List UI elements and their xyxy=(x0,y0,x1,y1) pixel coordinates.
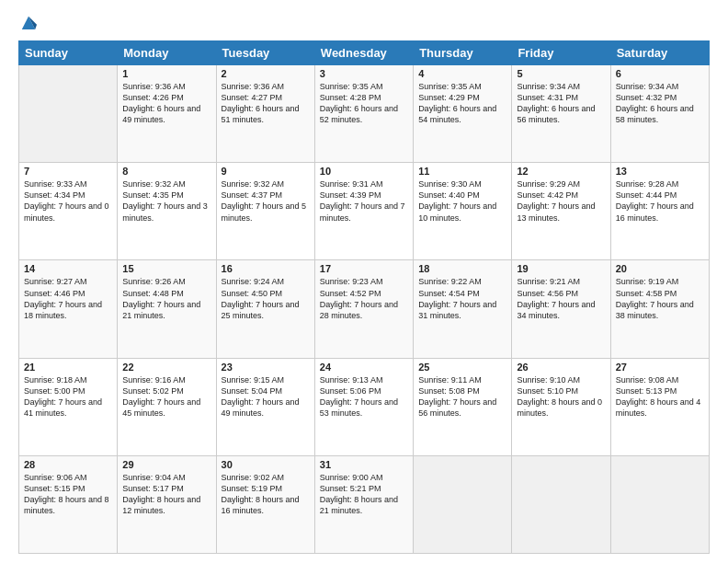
cell-text: Sunrise: 9:27 AMSunset: 4:46 PMDaylight:… xyxy=(24,277,102,319)
cell-text: Sunrise: 9:24 AMSunset: 4:50 PMDaylight:… xyxy=(222,277,300,319)
cell-text: Sunrise: 9:35 AMSunset: 4:29 PMDaylight:… xyxy=(418,82,496,124)
calendar-week-row: 7Sunrise: 9:33 AMSunset: 4:34 PMDaylight… xyxy=(19,163,710,260)
calendar-cell: 27Sunrise: 9:08 AMSunset: 5:13 PMDayligh… xyxy=(610,358,709,455)
day-number: 31 xyxy=(320,459,408,470)
calendar-cell: 29Sunrise: 9:04 AMSunset: 5:17 PMDayligh… xyxy=(118,455,216,553)
calendar-cell: 6Sunrise: 9:34 AMSunset: 4:32 PMDaylight… xyxy=(610,65,709,163)
calendar-cell: 28Sunrise: 9:06 AMSunset: 5:15 PMDayligh… xyxy=(19,455,118,553)
weekday-header-sunday: Sunday xyxy=(19,41,118,65)
cell-text: Sunrise: 9:30 AMSunset: 4:40 PMDaylight:… xyxy=(418,179,496,222)
calendar-cell: 8Sunrise: 9:32 AMSunset: 4:35 PMDaylight… xyxy=(118,163,216,260)
cell-text: Sunrise: 9:10 AMSunset: 5:10 PMDaylight:… xyxy=(517,375,602,418)
cell-text: Sunrise: 9:34 AMSunset: 4:31 PMDaylight:… xyxy=(517,82,595,124)
weekday-header-monday: Monday xyxy=(118,41,216,65)
calendar-cell: 4Sunrise: 9:35 AMSunset: 4:29 PMDaylight… xyxy=(414,65,512,163)
calendar-cell: 10Sunrise: 9:31 AMSunset: 4:39 PMDayligh… xyxy=(314,163,413,260)
calendar-cell: 5Sunrise: 9:34 AMSunset: 4:31 PMDaylight… xyxy=(512,65,610,163)
day-number: 29 xyxy=(122,459,210,470)
cell-text: Sunrise: 9:36 AMSunset: 4:27 PMDaylight:… xyxy=(222,82,300,124)
calendar-cell xyxy=(512,455,610,553)
calendar-cell: 2Sunrise: 9:36 AMSunset: 4:27 PMDaylight… xyxy=(216,65,314,163)
day-number: 21 xyxy=(24,362,112,373)
cell-text: Sunrise: 9:35 AMSunset: 4:28 PMDaylight:… xyxy=(320,82,398,124)
day-number: 20 xyxy=(616,263,704,274)
calendar-week-row: 21Sunrise: 9:18 AMSunset: 5:00 PMDayligh… xyxy=(19,358,710,455)
day-number: 2 xyxy=(222,68,310,79)
day-number: 19 xyxy=(517,263,605,274)
calendar-table: SundayMondayTuesdayWednesdayThursdayFrid… xyxy=(18,40,710,554)
calendar-body: 1Sunrise: 9:36 AMSunset: 4:26 PMDaylight… xyxy=(19,65,710,554)
day-number: 27 xyxy=(616,362,704,373)
calendar-cell: 31Sunrise: 9:00 AMSunset: 5:21 PMDayligh… xyxy=(314,455,413,553)
day-number: 3 xyxy=(320,68,408,79)
calendar-cell: 16Sunrise: 9:24 AMSunset: 4:50 PMDayligh… xyxy=(216,260,314,358)
weekday-header-thursday: Thursday xyxy=(414,41,512,65)
calendar-cell: 20Sunrise: 9:19 AMSunset: 4:58 PMDayligh… xyxy=(610,260,709,358)
calendar-cell: 19Sunrise: 9:21 AMSunset: 4:56 PMDayligh… xyxy=(512,260,610,358)
day-number: 6 xyxy=(616,68,704,79)
cell-text: Sunrise: 9:02 AMSunset: 5:19 PMDaylight:… xyxy=(222,473,300,515)
day-number: 8 xyxy=(122,166,210,177)
day-number: 11 xyxy=(418,166,506,177)
calendar-cell: 11Sunrise: 9:30 AMSunset: 4:40 PMDayligh… xyxy=(414,163,512,260)
logo-icon xyxy=(20,13,37,31)
day-number: 15 xyxy=(122,263,210,274)
cell-text: Sunrise: 9:06 AMSunset: 5:15 PMDaylight:… xyxy=(24,473,109,515)
day-number: 13 xyxy=(616,166,704,177)
weekday-header-wednesday: Wednesday xyxy=(314,41,413,65)
day-number: 10 xyxy=(320,166,408,177)
calendar-cell: 9Sunrise: 9:32 AMSunset: 4:37 PMDaylight… xyxy=(216,163,314,260)
calendar-cell: 25Sunrise: 9:11 AMSunset: 5:08 PMDayligh… xyxy=(414,358,512,455)
day-number: 7 xyxy=(24,166,112,177)
calendar-cell: 15Sunrise: 9:26 AMSunset: 4:48 PMDayligh… xyxy=(118,260,216,358)
weekday-header-saturday: Saturday xyxy=(610,41,709,65)
calendar-cell: 22Sunrise: 9:16 AMSunset: 5:02 PMDayligh… xyxy=(118,358,216,455)
cell-text: Sunrise: 9:23 AMSunset: 4:52 PMDaylight:… xyxy=(320,277,398,319)
calendar-cell: 17Sunrise: 9:23 AMSunset: 4:52 PMDayligh… xyxy=(314,260,413,358)
cell-text: Sunrise: 9:04 AMSunset: 5:17 PMDaylight:… xyxy=(122,473,200,515)
cell-text: Sunrise: 9:13 AMSunset: 5:06 PMDaylight:… xyxy=(320,375,398,418)
cell-text: Sunrise: 9:18 AMSunset: 5:00 PMDaylight:… xyxy=(24,375,102,418)
day-number: 22 xyxy=(122,362,210,373)
day-number: 14 xyxy=(24,263,112,274)
cell-text: Sunrise: 9:22 AMSunset: 4:54 PMDaylight:… xyxy=(418,277,496,319)
calendar-cell xyxy=(414,455,512,553)
calendar-week-row: 14Sunrise: 9:27 AMSunset: 4:46 PMDayligh… xyxy=(19,260,710,358)
cell-text: Sunrise: 9:31 AMSunset: 4:39 PMDaylight:… xyxy=(320,179,405,222)
day-number: 25 xyxy=(418,362,506,373)
day-number: 26 xyxy=(517,362,605,373)
day-number: 12 xyxy=(517,166,605,177)
cell-text: Sunrise: 9:33 AMSunset: 4:34 PMDaylight:… xyxy=(24,179,109,222)
cell-text: Sunrise: 9:28 AMSunset: 4:44 PMDaylight:… xyxy=(616,179,694,222)
cell-text: Sunrise: 9:34 AMSunset: 4:32 PMDaylight:… xyxy=(616,82,694,124)
cell-text: Sunrise: 9:16 AMSunset: 5:02 PMDaylight:… xyxy=(122,375,200,418)
calendar-cell xyxy=(19,65,118,163)
calendar-week-row: 28Sunrise: 9:06 AMSunset: 5:15 PMDayligh… xyxy=(19,455,710,553)
calendar-cell: 3Sunrise: 9:35 AMSunset: 4:28 PMDaylight… xyxy=(314,65,413,163)
day-number: 28 xyxy=(24,459,112,470)
cell-text: Sunrise: 9:21 AMSunset: 4:56 PMDaylight:… xyxy=(517,277,595,319)
calendar-cell: 26Sunrise: 9:10 AMSunset: 5:10 PMDayligh… xyxy=(512,358,610,455)
day-number: 1 xyxy=(122,68,210,79)
cell-text: Sunrise: 9:11 AMSunset: 5:08 PMDaylight:… xyxy=(418,375,496,418)
cell-text: Sunrise: 9:19 AMSunset: 4:58 PMDaylight:… xyxy=(616,277,694,319)
cell-text: Sunrise: 9:29 AMSunset: 4:42 PMDaylight:… xyxy=(517,179,595,222)
cell-text: Sunrise: 9:08 AMSunset: 5:13 PMDaylight:… xyxy=(616,375,701,418)
cell-text: Sunrise: 9:26 AMSunset: 4:48 PMDaylight:… xyxy=(122,277,200,319)
calendar-cell: 12Sunrise: 9:29 AMSunset: 4:42 PMDayligh… xyxy=(512,163,610,260)
calendar-cell: 7Sunrise: 9:33 AMSunset: 4:34 PMDaylight… xyxy=(19,163,118,260)
cell-text: Sunrise: 9:32 AMSunset: 4:37 PMDaylight:… xyxy=(222,179,307,222)
day-number: 5 xyxy=(517,68,605,79)
calendar-cell xyxy=(610,455,709,553)
calendar-cell: 30Sunrise: 9:02 AMSunset: 5:19 PMDayligh… xyxy=(216,455,314,553)
calendar-cell: 1Sunrise: 9:36 AMSunset: 4:26 PMDaylight… xyxy=(118,65,216,163)
cell-text: Sunrise: 9:00 AMSunset: 5:21 PMDaylight:… xyxy=(320,473,398,515)
day-number: 16 xyxy=(222,263,310,274)
day-number: 30 xyxy=(222,459,310,470)
calendar-cell: 13Sunrise: 9:28 AMSunset: 4:44 PMDayligh… xyxy=(610,163,709,260)
day-number: 17 xyxy=(320,263,408,274)
calendar-cell: 23Sunrise: 9:15 AMSunset: 5:04 PMDayligh… xyxy=(216,358,314,455)
cell-text: Sunrise: 9:15 AMSunset: 5:04 PMDaylight:… xyxy=(222,375,300,418)
cell-text: Sunrise: 9:36 AMSunset: 4:26 PMDaylight:… xyxy=(122,82,200,124)
calendar-cell: 14Sunrise: 9:27 AMSunset: 4:46 PMDayligh… xyxy=(19,260,118,358)
